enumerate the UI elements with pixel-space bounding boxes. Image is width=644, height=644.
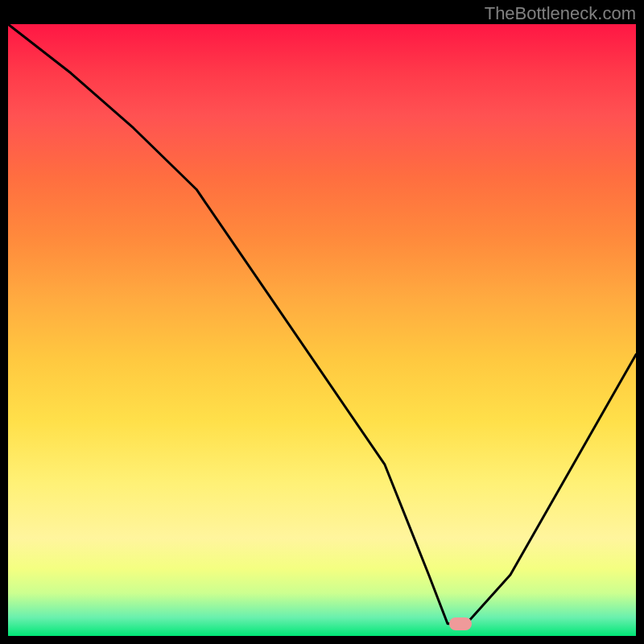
chart-curve [8, 24, 636, 636]
watermark-text: TheBottleneck.com [485, 3, 636, 24]
chart-plot-area [8, 24, 636, 636]
chart-marker [449, 617, 472, 630]
